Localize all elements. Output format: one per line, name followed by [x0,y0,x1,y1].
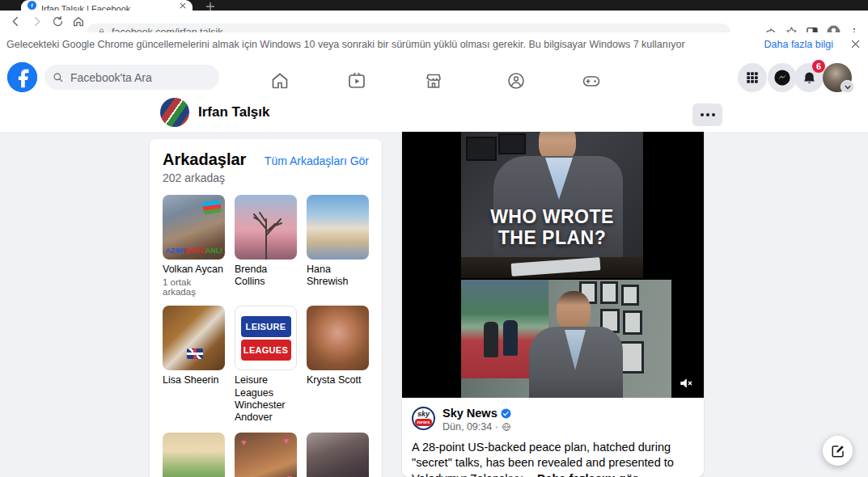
video-frame-bottom [461,280,671,398]
post-body: sky news Sky News Dün, 09:34 · A 28-poin… [402,398,704,477]
friend-name[interactable]: Hana Shrewish [307,264,369,289]
post-video[interactable]: WHO WROTE THE PLAN? [402,132,704,398]
tab-title: Irfan Talşık | Facebook [41,4,175,11]
facebook-favicon [28,1,36,10]
tab-gaming-icon[interactable] [581,71,602,92]
profile-name: Irfan Talşık [198,104,270,120]
chrome-update-notification: Gelecekteki Google Chrome güncellemeleri… [0,32,868,57]
friend-card[interactable]: Lisa Sheerin [163,306,225,424]
friend-photo[interactable] [307,433,369,477]
friends-grid: AZƏRBAYCANLI Volkan Aycan 1 ortak arkada… [163,195,369,477]
browser-toolbar: facebook.com/irfan.talsik [0,11,868,33]
friend-card[interactable]: Colette Jones-Irwin [307,433,369,477]
profile-more-button[interactable] [692,103,722,126]
friend-card[interactable]: Krysta Scott [307,306,369,424]
leisure-logo-bottom: LEAGUES [241,340,291,361]
messenger-button[interactable] [768,63,797,92]
tab-home-icon[interactable] [269,71,290,92]
search-input[interactable] [69,70,193,85]
friend-photo[interactable] [307,195,369,260]
friends-card: Arkadaşlar Tüm Arkadaşları Gör 202 arkad… [150,139,382,477]
friend-photo[interactable]: AZƏRBAYCANLI [163,195,225,260]
friend-photo[interactable]: LEISURE LEAGUES [235,306,297,370]
forward-button[interactable] [26,11,47,32]
tab-marketplace-icon[interactable] [423,71,444,92]
friend-name[interactable]: Volkan Aycan [163,264,225,276]
friend-photo[interactable] [307,306,369,370]
tab-groups-icon[interactable] [506,71,527,92]
notification-text: Gelecekteki Google Chrome güncellemeleri… [6,39,764,50]
tab-watch-icon[interactable] [346,71,367,92]
leisure-logo-top: LEISURE [241,316,291,337]
friend-card[interactable]: Hana Shrewish [307,195,369,297]
search-icon [53,72,64,83]
friend-name[interactable]: Leisure Leagues Winchester Andover [235,374,297,424]
facebook-logo[interactable] [7,62,37,92]
friend-photo[interactable] [163,306,225,370]
sky-news-logo[interactable]: sky news [412,407,435,430]
friend-card[interactable]: ♥ ♥ ♥ ♥ Linda Jaxson [235,433,297,477]
friend-card[interactable]: AZƏRBAYCANLI Volkan Aycan 1 ortak arkada… [163,195,225,297]
friend-name[interactable]: Lisa Sheerin [163,374,225,386]
learn-more-link[interactable]: Daha fazla bilgi [764,39,833,50]
video-frame-top: WHO WROTE THE PLAN? [461,132,643,278]
compose-button[interactable] [823,436,853,466]
post-author[interactable]: Sky News [442,407,498,420]
browser-tabstrip: Irfan Talşık | Facebook [0,0,868,11]
post-card: WHO WROTE THE PLAN? sky news [402,132,704,477]
heart-icon: ♥ [241,437,247,447]
post-timestamp[interactable]: Dün, 09:34 · [442,421,498,433]
globe-icon [502,422,511,432]
more-options-icon [701,113,704,116]
notification-badge: 6 [812,60,825,73]
see-more-link[interactable]: Daha fazlasını gör [537,472,637,477]
menu-grid-button[interactable] [738,63,767,92]
heart-icon: ♥ [286,473,292,477]
home-button[interactable] [68,11,89,32]
post-text: A 28-point US-backed peace plan, hatched… [412,440,697,477]
profile-avatar[interactable] [160,98,189,127]
heart-icon: ♥ [283,436,289,445]
friend-card[interactable]: Brenda Collins [235,195,297,297]
search-bar[interactable] [44,65,219,90]
account-avatar[interactable] [823,63,852,92]
back-button[interactable] [5,11,26,32]
video-overlay-text: WHO WROTE THE PLAN? [476,206,629,249]
tab-close-icon[interactable] [180,2,186,9]
friend-name[interactable]: Brenda Collins [235,264,297,289]
mute-icon[interactable] [678,375,694,391]
browser-tab[interactable]: Irfan Talşık | Facebook [21,0,193,11]
union-jack-icon [187,348,203,359]
verified-badge-icon [501,408,511,419]
refresh-button[interactable] [47,11,68,32]
friend-photo[interactable] [235,195,297,260]
profile-header-bar [0,92,868,132]
new-tab-button[interactable] [204,2,217,11]
friend-card[interactable]: Dara Liza [163,433,225,477]
friends-title: Arkadaşlar [163,150,246,169]
friend-photo[interactable] [163,433,225,477]
friend-name[interactable]: Krysta Scott [307,374,369,386]
friend-photo[interactable]: ♥ ♥ ♥ ♥ [235,433,297,477]
azerbaijan-flag-icon [202,201,222,215]
tree-silhouette [235,195,297,260]
see-all-friends-link[interactable]: Tüm Arkadaşları Gör [265,154,369,167]
mutual-friends: 1 ortak arkadaş [163,277,225,297]
friend-card[interactable]: LEISURE LEAGUES Leisure Leagues Winchest… [235,306,297,424]
notification-close-icon[interactable] [851,40,860,49]
friends-count: 202 arkadaş [163,171,369,184]
notifications-button[interactable]: 6 [794,63,824,92]
